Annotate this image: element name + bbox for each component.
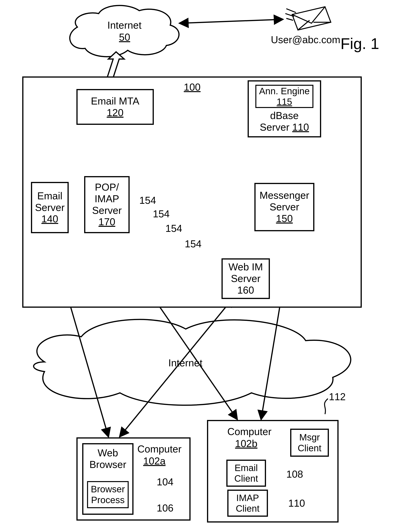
web-im-box: Web IM Server 160 bbox=[221, 258, 270, 299]
browser-process-box: Browser Process bbox=[87, 481, 129, 508]
user-email-label: User@abc.com bbox=[271, 34, 340, 45]
web-im-l1: Web IM bbox=[229, 261, 263, 273]
browser-process-l2: Process bbox=[91, 495, 125, 505]
messenger-box: Messenger Server 150 bbox=[255, 183, 314, 231]
messenger-l1: Messenger bbox=[259, 190, 309, 201]
computer-b-num: 102b bbox=[235, 438, 257, 449]
imap-client-box: IMAP Client bbox=[227, 490, 268, 517]
ann-engine-num: 115 bbox=[277, 96, 292, 107]
envelope-icon bbox=[285, 7, 331, 30]
dbase-num: 110 bbox=[292, 121, 309, 133]
dbase-server-box: Ann. Engine 115 dBase Server 110 bbox=[248, 80, 321, 137]
web-browser-box: Web Browser Browser Process bbox=[82, 443, 134, 515]
ref-112: 112 bbox=[329, 391, 346, 403]
email-server-l1: Email bbox=[37, 190, 62, 202]
svg-line-1 bbox=[286, 9, 296, 13]
ann-engine-name: Ann. Engine bbox=[259, 86, 310, 96]
web-im-l2: Server bbox=[231, 273, 260, 284]
pop-imap-box: POP/ IMAP Server 170 bbox=[84, 176, 130, 233]
internet-mid-label: Internet bbox=[168, 357, 202, 369]
ref-106: 106 bbox=[157, 502, 174, 514]
ann-engine-box: Ann. Engine 115 bbox=[255, 85, 313, 108]
diagram-root: Fig. 1 bbox=[0, 0, 408, 532]
svg-marker-0 bbox=[292, 7, 331, 30]
web-browser-l1: Web bbox=[98, 447, 118, 459]
messenger-l2: Server bbox=[270, 201, 299, 213]
email-mta-num: 120 bbox=[107, 107, 124, 119]
system-num: 100 bbox=[184, 81, 201, 93]
svg-line-3 bbox=[286, 18, 293, 20]
computer-b-title: Computer bbox=[227, 426, 272, 437]
messenger-num: 150 bbox=[276, 213, 293, 224]
disk-label-4: 154 bbox=[185, 238, 202, 250]
dbase-name: dBase bbox=[270, 110, 298, 121]
web-browser-l2: Browser bbox=[89, 459, 126, 471]
computer-a-title: Computer bbox=[137, 443, 181, 455]
pop-imap-l2: IMAP bbox=[95, 193, 119, 205]
disk-label-3: 154 bbox=[165, 223, 182, 234]
ref-108: 108 bbox=[286, 468, 303, 480]
pop-imap-l3: Server bbox=[92, 205, 122, 216]
email-client-box: Email Client bbox=[226, 460, 266, 487]
email-mta-box: Email MTA 120 bbox=[76, 89, 154, 125]
email-client-l1: Email bbox=[234, 463, 258, 473]
msgr-client-box: Msgr Client bbox=[290, 429, 329, 457]
email-server-l2: Server bbox=[35, 202, 65, 214]
computer-a-num: 102a bbox=[143, 455, 166, 467]
msgr-l2: Client bbox=[298, 443, 322, 454]
internet-top-label: Internet bbox=[107, 19, 141, 31]
email-mta-name: Email MTA bbox=[91, 95, 139, 107]
ref-104: 104 bbox=[157, 476, 174, 488]
ref-110: 110 bbox=[288, 497, 305, 509]
pop-imap-l1: POP/ bbox=[95, 181, 119, 193]
svg-line-4 bbox=[180, 19, 282, 23]
internet-top-num: 50 bbox=[119, 31, 130, 43]
email-server-num: 140 bbox=[41, 213, 58, 225]
email-server-box: Email Server 140 bbox=[31, 182, 69, 233]
disk-label-1: 154 bbox=[139, 195, 156, 206]
web-im-num: 160 bbox=[237, 284, 254, 296]
email-client-l2: Client bbox=[234, 473, 258, 484]
disk-label-2: 154 bbox=[153, 208, 170, 220]
msgr-l1: Msgr bbox=[299, 432, 320, 443]
pop-imap-num: 170 bbox=[98, 216, 115, 228]
cloud-internet-top bbox=[70, 5, 179, 57]
browser-process-l1: Browser bbox=[91, 484, 125, 494]
imap-client-l1: IMAP bbox=[236, 492, 259, 503]
dbase-name2: Server bbox=[260, 121, 289, 133]
imap-client-l2: Client bbox=[236, 503, 260, 514]
